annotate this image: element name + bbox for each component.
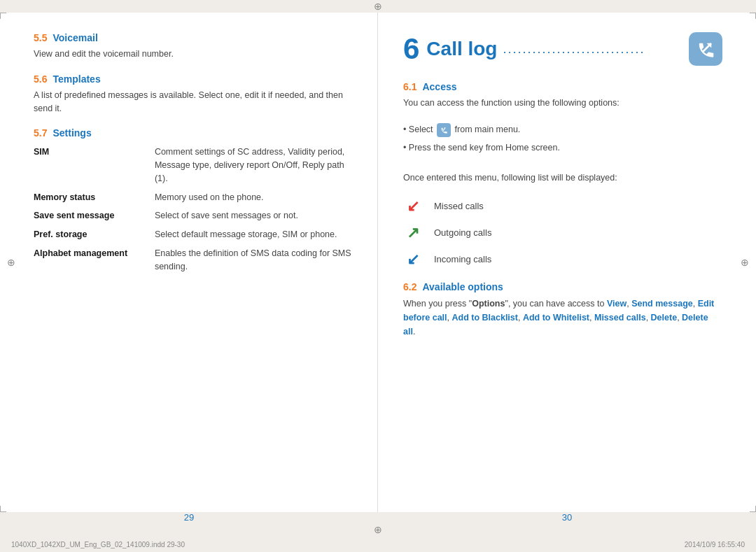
section-5-6-body: A list of predefined messages is availab… xyxy=(34,89,352,115)
bullet-1-post: from main menu. xyxy=(452,125,520,134)
call-list-item-outgoing: ↗ Outgoing calls xyxy=(403,224,722,242)
list-intro: Once entered this menu, following list w… xyxy=(403,171,722,185)
call-arrow-outgoing: ↗ xyxy=(403,224,423,242)
section-6-1-title: Access xyxy=(422,81,456,92)
bottom-crosshair: ⊕ xyxy=(374,524,382,535)
call-type-list: ↙ Missed calls ↗ Outgoing calls ↙ Incomi… xyxy=(403,197,722,269)
top-crosshair: ⊕ xyxy=(374,1,382,12)
bullet-2-text: • Press the send key from Home screen. xyxy=(403,141,560,155)
bullet-1-text: • Select from main menu. xyxy=(403,123,520,137)
footer-bar: 1040XD_1042XD_UM_Eng_GB_02_141009.indd 2… xyxy=(0,537,756,552)
settings-desc-1: Memory used on the phone. xyxy=(155,188,352,207)
settings-row-1: Memory status Memory used on the phone. xyxy=(34,188,352,207)
page-number-right: 30 xyxy=(378,512,756,523)
section-5-6-title: Templates xyxy=(52,73,100,85)
settings-desc-4: Enables the definition of SMS data codin… xyxy=(155,244,352,276)
section-5-5-body: View and edit the voicemail number. xyxy=(34,48,352,61)
right-crosshair: ⊕ xyxy=(741,257,749,268)
settings-table: SIM Comment settings of SC address, Vali… xyxy=(34,143,352,276)
settings-label-2: Save sent message xyxy=(34,206,155,225)
section-6-2-title: Available options xyxy=(422,281,503,292)
settings-row-2: Save sent message Select of save sent me… xyxy=(34,206,352,225)
section-6-1-intro: You can access the function using the fo… xyxy=(403,97,722,110)
page-number-left: 29 xyxy=(0,512,378,523)
footer-left: 1040XD_1042XD_UM_Eng_GB_02_141009.indd 2… xyxy=(11,541,185,549)
chapter-dots: ............................. xyxy=(503,42,682,57)
settings-row-0: SIM Comment settings of SC address, Vali… xyxy=(34,143,352,187)
call-list-item-incoming: ↙ Incoming calls xyxy=(403,250,722,269)
section-5-6: 5.6 Templates A list of predefined messa… xyxy=(34,73,352,115)
settings-desc-3: Select default message storage, SIM or p… xyxy=(155,225,352,244)
inline-call-icon xyxy=(437,123,451,137)
section-6-2: 6.2 Available options When you press "Op… xyxy=(403,281,722,339)
call-arrow-incoming: ↙ xyxy=(403,250,423,269)
chapter-number: 6 xyxy=(403,34,419,64)
call-arrow-missed: ↙ xyxy=(403,197,423,215)
section-5-7-number: 5.7 xyxy=(34,127,47,139)
section-5-5-number: 5.5 xyxy=(34,32,47,43)
settings-row-3: Pref. storage Select default message sto… xyxy=(34,225,352,244)
settings-desc-0: Comment settings of SC address, Validity… xyxy=(155,143,352,187)
bullet-1-pre: • Select xyxy=(403,125,435,134)
chapter-title: Call log xyxy=(426,38,497,60)
settings-label-4: Alphabet management xyxy=(34,244,155,276)
bullet-item-1: • Select from main menu. xyxy=(403,123,722,137)
section-5-5-title: Voicemail xyxy=(52,32,97,43)
footer-right: 2014/10/9 16:55:40 xyxy=(685,541,745,549)
section-6-1-number: 6.1 xyxy=(403,81,416,92)
right-page: ⊕ 6 Call log ...........................… xyxy=(378,13,756,512)
section-5-5: 5.5 Voicemail View and edit the voicemai… xyxy=(34,32,352,61)
call-list-item-missed: ↙ Missed calls xyxy=(403,197,722,215)
chapter-header: 6 Call log ............................. xyxy=(403,32,722,66)
call-label-incoming: Incoming calls xyxy=(434,254,491,264)
settings-desc-2: Select of save sent messages or not. xyxy=(155,206,352,225)
settings-label-0: SIM xyxy=(34,143,155,187)
bullet-item-2: • Press the send key from Home screen. xyxy=(403,141,722,155)
settings-label-1: Memory status xyxy=(34,188,155,207)
section-5-6-number: 5.6 xyxy=(34,73,47,85)
section-6-1: 6.1 Access You can access the function u… xyxy=(403,81,722,269)
section-6-2-number: 6.2 xyxy=(403,281,416,292)
section-5-7-title: Settings xyxy=(52,127,91,139)
settings-row-4: Alphabet management Enables the definiti… xyxy=(34,244,352,276)
call-log-icon xyxy=(689,32,722,66)
page-numbers-row: 29 30 xyxy=(0,512,756,523)
settings-label-3: Pref. storage xyxy=(34,225,155,244)
call-label-missed: Missed calls xyxy=(434,201,484,211)
svg-line-0 xyxy=(703,43,711,52)
svg-line-1 xyxy=(443,127,446,131)
section-5-7: 5.7 Settings SIM Comment settings of SC … xyxy=(34,127,352,276)
call-label-outgoing: Outgoing calls xyxy=(434,227,491,238)
left-page: ⊕ 5.5 Voicemail View and edit the voicem… xyxy=(0,13,378,512)
left-crosshair: ⊕ xyxy=(7,257,15,268)
options-text: When you press "Options", you can have a… xyxy=(403,297,722,339)
